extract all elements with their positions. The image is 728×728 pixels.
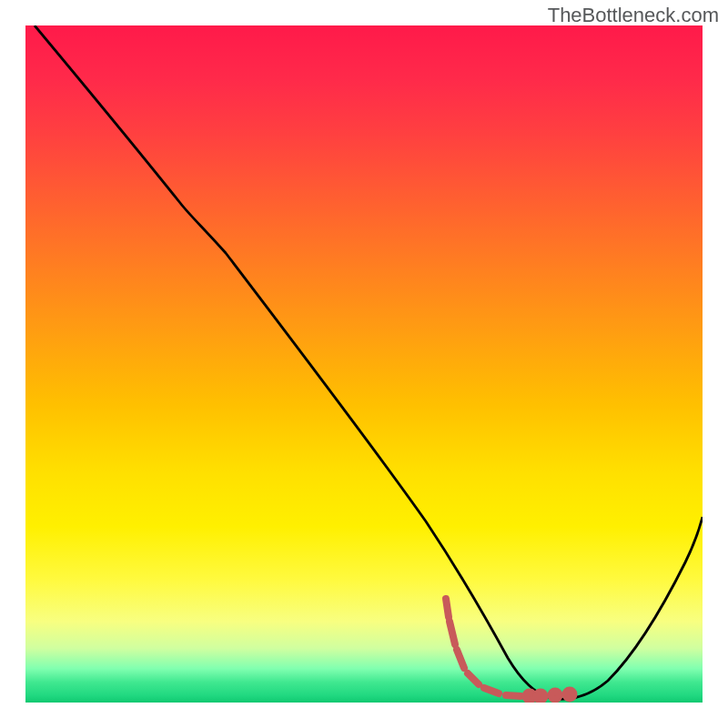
svg-line-3 bbox=[468, 673, 479, 684]
svg-line-2 bbox=[457, 650, 464, 668]
svg-line-5 bbox=[506, 695, 521, 696]
svg-line-1 bbox=[450, 622, 455, 644]
svg-point-6 bbox=[526, 693, 534, 701]
svg-line-0 bbox=[446, 599, 449, 617]
optimal-range-marker bbox=[25, 25, 703, 703]
svg-point-7 bbox=[537, 693, 545, 701]
chart-plot-area bbox=[25, 25, 703, 703]
svg-line-4 bbox=[484, 688, 499, 693]
svg-point-8 bbox=[551, 692, 560, 700]
watermark-text: TheBottleneck.com bbox=[548, 4, 719, 27]
svg-point-9 bbox=[566, 691, 574, 699]
